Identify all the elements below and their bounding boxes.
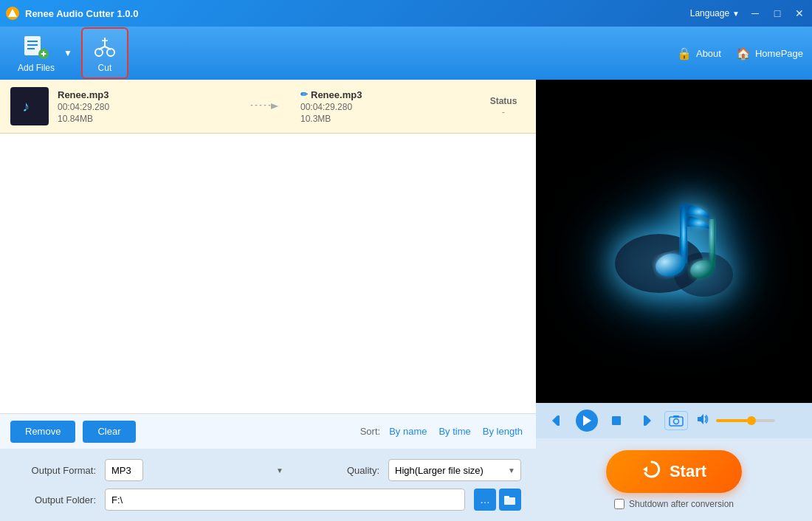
cut-button[interactable]: Cut [81, 27, 128, 79]
status-value: - [481, 106, 526, 117]
screenshot-button[interactable] [664, 411, 688, 430]
svg-point-34 [674, 419, 679, 424]
format-select[interactable]: MP3 WAV AAC FLAC [105, 459, 143, 481]
edit-icon: ✏ [300, 89, 308, 100]
next-track-button[interactable] [635, 410, 657, 432]
start-icon [641, 459, 662, 484]
sort-area: Sort: By name By time By length [360, 424, 526, 438]
language-selector[interactable]: Language ▼ [690, 8, 740, 18]
folder-browse-button[interactable]: … [474, 489, 496, 511]
home-icon: 🏠 [736, 46, 751, 61]
about-link[interactable]: 🔒 About [677, 46, 721, 61]
output-file-name: ✏ Renee.mp3 [300, 89, 472, 100]
svg-rect-32 [644, 415, 646, 426]
svg-line-11 [105, 46, 111, 49]
format-quality-row: Output Format: MP3 WAV AAC FLAC Quality:… [15, 459, 521, 481]
shutdown-row: Shutdown after conversion [614, 499, 734, 509]
sort-by-time[interactable]: By time [436, 424, 473, 438]
close-button[interactable]: ✕ [793, 7, 806, 20]
svg-rect-7 [43, 52, 44, 57]
folder-label: Output Folder: [15, 494, 96, 506]
svg-line-10 [99, 46, 105, 49]
list-controls: Remove Clear Sort: By name By time By le… [0, 413, 536, 449]
main-area: ♪ Renee.mp3 00:04:29.280 10.84MB [0, 80, 812, 521]
play-button[interactable] [576, 410, 598, 432]
prev-track-button[interactable] [546, 410, 568, 432]
about-icon: 🔒 [677, 46, 692, 61]
output-size: 10.3MB [300, 114, 472, 124]
toolbar-left: Add Files ▼ Cut [9, 27, 128, 79]
homepage-link[interactable]: 🏠 HomePage [736, 46, 803, 61]
folder-open-button[interactable] [499, 489, 521, 511]
svg-rect-19 [504, 497, 515, 505]
cut-label: Cut [98, 63, 112, 73]
preview-area [536, 80, 812, 403]
svg-rect-2 [27, 41, 38, 42]
toolbar: Add Files ▼ Cut 🔒 About [0, 27, 812, 80]
quality-select[interactable]: High(Larger file size) Medium Low [388, 459, 521, 481]
svg-rect-17 [250, 105, 271, 108]
player-controls [536, 403, 812, 438]
add-files-button[interactable]: Add Files [9, 29, 63, 77]
svg-marker-36 [698, 414, 703, 424]
status-header: Status [481, 96, 526, 106]
svg-rect-3 [27, 44, 38, 46]
output-options: Output Format: MP3 WAV AAC FLAC Quality:… [0, 449, 536, 521]
language-dropdown-icon: ▼ [732, 10, 740, 18]
sort-by-name[interactable]: By name [386, 424, 430, 438]
file-name: Renee.mp3 [58, 89, 230, 100]
quality-select-wrapper: High(Larger file size) Medium Low [388, 459, 521, 481]
format-label: Output Format: [15, 465, 96, 476]
svg-marker-18 [271, 103, 278, 109]
music-visualization [536, 80, 812, 403]
sort-label: Sort: [360, 426, 380, 437]
arrow-icon [238, 99, 292, 114]
quality-label: Quality: [298, 465, 379, 476]
title-bar-left: Renee Audio Cutter 1.0.0 [6, 7, 138, 20]
stop-button[interactable] [605, 410, 627, 432]
file-size: 10.84MB [58, 114, 230, 124]
svg-marker-31 [646, 415, 651, 426]
about-label: About [696, 48, 721, 59]
title-bar: Renee Audio Cutter 1.0.0 Language ▼ ─ □ … [0, 0, 812, 27]
volume-slider-area[interactable] [716, 419, 802, 422]
svg-rect-30 [612, 416, 621, 425]
music-note-svg [600, 168, 748, 315]
svg-rect-4 [27, 48, 35, 49]
start-label: Start [670, 462, 706, 481]
volume-slider[interactable] [716, 419, 775, 422]
maximize-button[interactable]: □ [771, 7, 784, 20]
folder-input[interactable] [105, 489, 465, 511]
right-panel: Start Shutdown after conversion [536, 80, 812, 521]
cut-icon [92, 33, 118, 60]
volume-slider-thumb [747, 416, 756, 425]
clear-button[interactable]: Clear [83, 421, 135, 443]
file-duration: 00:04:29.280 [58, 102, 230, 112]
file-output-info: ✏ Renee.mp3 00:04:29.280 10.3MB [300, 89, 472, 124]
svg-rect-20 [504, 496, 509, 498]
add-files-dropdown-arrow[interactable]: ▼ [63, 48, 72, 58]
svg-marker-37 [643, 466, 647, 472]
svg-rect-28 [557, 415, 560, 426]
format-select-wrapper: MP3 WAV AAC FLAC [105, 459, 289, 481]
shutdown-checkbox[interactable] [614, 499, 625, 509]
add-files-label: Add Files [18, 63, 55, 73]
minimize-button[interactable]: ─ [749, 7, 762, 20]
file-info: Renee.mp3 00:04:29.280 10.84MB [58, 89, 230, 124]
add-files-icon [23, 33, 49, 60]
file-list: ♪ Renee.mp3 00:04:29.280 10.84MB [0, 80, 536, 413]
left-panel: ♪ Renee.mp3 00:04:29.280 10.84MB [0, 80, 536, 521]
remove-button[interactable]: Remove [10, 421, 75, 443]
svg-rect-25 [709, 219, 715, 267]
svg-rect-14 [17, 94, 42, 119]
start-button[interactable]: Start [606, 450, 742, 493]
output-duration: 00:04:29.280 [300, 102, 472, 112]
svg-marker-0 [8, 9, 17, 17]
svg-point-9 [107, 49, 114, 56]
file-status: Status - [481, 96, 526, 117]
title-bar-right: Language ▼ ─ □ ✕ [690, 7, 806, 20]
volume-icon [695, 413, 709, 429]
svg-rect-35 [673, 415, 679, 418]
shutdown-label: Shutdown after conversion [629, 499, 734, 509]
sort-by-length[interactable]: By length [480, 424, 526, 438]
